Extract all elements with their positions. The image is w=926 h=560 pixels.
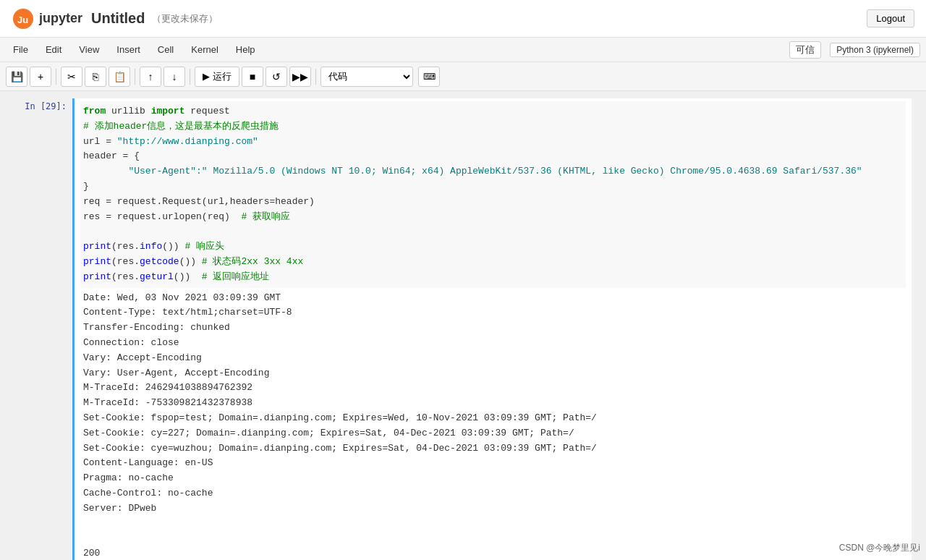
jupyter-label: jupyter: [39, 11, 82, 26]
menu-insert[interactable]: Insert: [109, 41, 148, 58]
toolbar-sep-4: [315, 69, 316, 85]
toolbar-sep-1: [56, 69, 56, 85]
notebook-title[interactable]: Untitled: [91, 10, 145, 27]
cell-input[interactable]: from urllib import request # 添加header信息，…: [80, 101, 906, 288]
restart-button[interactable]: ↺: [266, 67, 287, 87]
svg-text:Ju: Ju: [17, 14, 28, 25]
jupyter-logo: Ju jupyter: [12, 7, 82, 30]
run-button[interactable]: ▶ 运行: [195, 67, 239, 87]
cell-type-select[interactable]: 代码 Markdown Raw NBConvert 标题: [320, 67, 413, 87]
run-icon: ▶: [203, 71, 210, 82]
cell-left: In [29]:: [14, 98, 72, 560]
keyboard-button[interactable]: ⌨: [418, 67, 440, 87]
copy-button[interactable]: ⎘: [85, 67, 106, 87]
interrupt-button[interactable]: ■: [242, 67, 263, 87]
logout-button[interactable]: Logout: [867, 9, 914, 27]
run-label: 运行: [213, 70, 232, 83]
toolbar-sep-2: [135, 69, 135, 85]
unsaved-indicator: （更改未保存）: [152, 12, 218, 25]
save-button[interactable]: 💾: [6, 67, 27, 87]
notebook-area: In [29]: from urllib import request # 添加…: [0, 91, 926, 560]
move-down-button[interactable]: ↓: [163, 67, 185, 87]
cell-content[interactable]: from urllib import request # 添加header信息，…: [72, 98, 912, 560]
kernel-info: Python 3 (ipykernel): [830, 43, 920, 57]
menu-edit[interactable]: Edit: [38, 41, 69, 58]
menu-view[interactable]: View: [72, 41, 106, 58]
cell-wrapper: In [29]: from urllib import request # 添加…: [14, 98, 912, 560]
menu-kernel[interactable]: Kernel: [184, 41, 226, 58]
menubar: File Edit View Insert Cell Kernel Help 可…: [0, 38, 926, 62]
add-cell-button[interactable]: +: [30, 67, 51, 87]
move-up-button[interactable]: ↑: [140, 67, 161, 87]
menu-file[interactable]: File: [6, 41, 35, 58]
toolbar: 💾 + ✂ ⎘ 📋 ↑ ↓ ▶ 运行 ■ ↺ ▶▶ 代码 Markdown Ra…: [0, 62, 926, 91]
toolbar-sep-3: [190, 69, 190, 85]
menu-help[interactable]: Help: [229, 41, 263, 58]
jupyter-logo-icon: Ju: [12, 7, 35, 30]
menu-cell[interactable]: Cell: [150, 41, 181, 58]
restart-run-button[interactable]: ▶▶: [289, 67, 311, 87]
cell-prompt: In [29]:: [25, 101, 67, 111]
cell-output: Date: Wed, 03 Nov 2021 03:09:39 GMT Cont…: [80, 288, 906, 560]
topbar: Ju jupyter Untitled （更改未保存） Logout: [0, 0, 926, 38]
trusted-badge: 可信: [789, 41, 821, 59]
cut-button[interactable]: ✂: [61, 67, 82, 87]
paste-button[interactable]: 📋: [109, 67, 130, 87]
